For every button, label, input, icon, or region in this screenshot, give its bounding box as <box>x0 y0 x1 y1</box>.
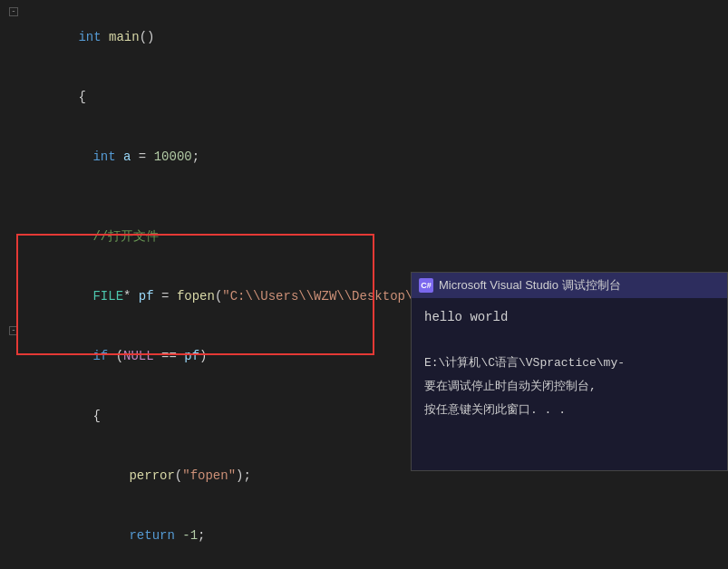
code-editor: - int main() { int a = 10000; //打开文件 FIL <box>0 0 728 569</box>
collapse-btn-1[interactable]: - <box>9 7 18 16</box>
line-content-5: //打开文件 <box>29 207 728 266</box>
paren-1: () <box>140 30 155 44</box>
code-line-2: { <box>0 67 728 127</box>
code-line-4 <box>0 187 728 207</box>
console-title: Microsoft Visual Studio 调试控制台 <box>439 277 621 294</box>
console-popup: C# Microsoft Visual Studio 调试控制台 hello w… <box>411 272 728 471</box>
console-output-empty <box>424 327 714 347</box>
code-line-1: - int main() <box>0 7 728 67</box>
line-content-2: { <box>29 67 728 127</box>
console-icon: C# <box>419 278 433 293</box>
console-output-path: E:\计算机\C语言\VSpractice\my- <box>424 354 714 371</box>
console-content: hello world E:\计算机\C语言\VSpractice\my- 要在… <box>412 298 727 427</box>
line-gutter-1: - <box>0 7 29 16</box>
code-line-3: int a = 10000; <box>0 127 728 187</box>
brace-open: { <box>78 90 85 104</box>
console-output-hello: hello world <box>424 307 714 327</box>
kw-int2: int <box>92 149 115 164</box>
line-content-10: return -1; <box>29 506 728 565</box>
line-content-11: } <box>29 565 728 569</box>
code-line-11: } <box>0 565 728 569</box>
kw-int: int <box>78 30 101 44</box>
line-gutter-7: - <box>0 326 29 335</box>
console-output-hint1: 要在调试停止时自动关闭控制台, <box>424 378 714 394</box>
line-content-1: int main() <box>29 7 728 67</box>
fn-main: main <box>109 30 140 44</box>
code-line-5: //打开文件 <box>0 207 728 266</box>
plain-1 <box>102 30 109 44</box>
line-content-3: int a = 10000; <box>29 127 728 187</box>
console-output-hint2: 按任意键关闭此窗口. . . <box>424 401 714 418</box>
console-titlebar: C# Microsoft Visual Studio 调试控制台 <box>412 273 727 298</box>
code-line-10: return -1; <box>0 506 728 565</box>
collapse-btn-7[interactable]: - <box>9 326 18 335</box>
